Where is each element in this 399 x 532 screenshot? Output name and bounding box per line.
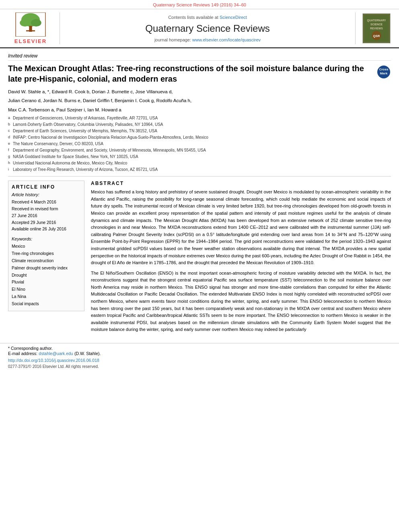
history-item: Received 4 March 2016 [12,199,81,205]
journal-title-section: Contents lists available at ScienceDirec… [60,12,356,44]
svg-text:QUATERNARY: QUATERNARY [367,19,386,23]
affiliation-item: dINIFAP: Centro Nacional de Investigacio… [8,134,391,141]
article-type-label: Invited review [8,53,391,61]
article-main: Invited review The Mexican Drought Atlas… [0,48,399,337]
email-person: (D.W. Stahle). [74,351,101,356]
copyright-line: 0277-3791/© 2016 Elsevier Ltd. All right… [8,364,391,369]
doi-link[interactable]: http://dx.doi.org/10.1016/j.quascirev.20… [8,358,391,363]
keywords-list: MexicoTree-ring chronologiesClimate reco… [12,243,81,308]
svg-text:REVIEWS: REVIEWS [370,27,383,30]
article-title-section: The Mexican Drought Atlas: Tree-ring rec… [8,63,391,84]
svg-point-3 [31,19,41,27]
keyword-item: Social impacts [12,300,81,308]
affil-sup: h [8,160,11,166]
article-info-header: ARTICLE INFO [12,184,81,190]
affil-sup: c [8,128,11,134]
homepage-label: journal homepage: [154,37,191,42]
affil-text: The Nature Conservancy, Denver, CO 80203… [13,141,103,147]
contents-available-line: Contents lists available at ScienceDirec… [168,15,247,20]
elsevier-logo: ELSEVIER [14,12,47,44]
two-col-section: ARTICLE INFO Article history: Received 4… [8,181,391,337]
abstract-text: Mexico has suffered a long history and p… [91,189,391,333]
abstract-header: ABSTRACT [91,181,391,186]
keyword-item: Drought [12,272,81,279]
affiliation-item: eThe Nature Conservancy, Denver, CO 8020… [8,141,391,147]
science-direct-link[interactable]: ScienceDirect [220,15,247,20]
affiliation-item: hUniversidad Nacional Autonoma de Mexico… [8,160,391,166]
affiliations-section: aDepartment of Geosciences, University o… [8,115,391,177]
qsr-logo-section: QUATERNARY SCIENCE REVIEWS QSR [360,12,393,44]
abstract-paragraph-2: The El Niño/Southern Oscillation (ENSO) … [91,270,391,333]
elsevier-logo-section: ELSEVIER [6,12,55,44]
affil-text: Department of Geosciences, University of… [13,115,158,121]
keyword-item: Palmer drought severity index [12,265,81,272]
article-info-col: ARTICLE INFO Article history: Received 4… [8,181,84,337]
affil-sup: g [8,154,11,160]
svg-text:SCIENCE: SCIENCE [370,23,383,26]
keyword-item: El Nino [12,286,81,293]
authors-text-1: David W. Stahle a, *, Edward R. Cook b, … [8,89,173,94]
email-line: E-mail address: dstahle@uark.edu (D.W. S… [8,351,391,356]
svg-rect-5 [26,30,35,31]
affil-text: Universidad Nacional Autonoma de Mexico,… [13,160,127,166]
article-info-box: ARTICLE INFO Article history: Received 4… [8,181,84,311]
affiliation-item: gNASA Goddard Institute for Space Studie… [8,154,391,160]
elsevier-tree-icon [14,12,47,37]
affil-sup: e [8,141,11,147]
affil-sup: d [8,134,11,141]
article-history-label: Article history: [12,192,81,197]
homepage-url[interactable]: www.elsevier.com/locate/quascirev [192,37,261,42]
affiliation-item: aDepartment of Geosciences, University o… [8,115,391,121]
history-list: Received 4 March 2016Received in revised… [12,199,81,232]
authors-text-2: Julian Cerano d, Jordan N. Burns e, Dani… [8,98,191,103]
affil-text: Lamont-Doherty Earth Observatory, Columb… [13,121,163,128]
affil-text: Department of Geography, Environment, an… [13,147,206,154]
history-item: Received in revised form [12,205,81,212]
keyword-item: Mexico [12,243,81,250]
authors-line-1: David W. Stahle a, *, Edward R. Cook b, … [8,88,391,95]
crossmark-icon: Cross Mark [377,65,391,79]
journal-banner: ELSEVIER Contents lists available at Sci… [0,9,399,48]
affil-text: NASA Goddard Institute for Space Studies… [13,154,138,160]
svg-text:Cross: Cross [379,68,389,71]
email-label: E-mail address: [8,351,37,356]
article-title: The Mexican Drought Atlas: Tree-ring rec… [8,63,372,84]
affiliation-item: cDepartment of Earth Sciences, Universit… [8,128,391,134]
elsevier-wordmark: ELSEVIER [14,38,47,44]
affil-sup: f [8,147,11,154]
history-item: 27 June 2016 [12,212,81,219]
keyword-item: Tree-ring chronologies [12,250,81,257]
keywords-label: Keywords: [12,236,81,241]
authors-line-3: Max C.A. Torbenson a, Paul Szejner i, Ia… [8,106,391,113]
authors-line-2: Julian Cerano d, Jordan N. Burns e, Dani… [8,97,391,104]
homepage-line: journal homepage: www.elsevier.com/locat… [154,37,261,42]
journal-title-banner: Quaternary Science Reviews [145,23,269,34]
keyword-item: Climate reconstruction [12,257,81,265]
svg-point-2 [20,19,30,27]
affil-text: INIFAP: Centro Nacional de Investigacion… [13,134,208,141]
affil-sup: a [8,115,11,121]
journal-ref-text: Quaternary Science Reviews 149 (2016) 34… [153,2,246,7]
svg-text:Mark: Mark [380,72,388,75]
keyword-item: Pluvial [12,279,81,286]
affil-text: Department of Earth Sciences, University… [13,128,157,134]
affil-sup: i [8,166,11,173]
abstract-paragraph-1: Mexico has suffered a long history and p… [91,189,391,267]
affiliation-item: iLaboratory of Tree-Ring Research, Unive… [8,166,391,173]
affil-text: Laboratory of Tree-Ring Research, Univer… [13,166,158,173]
footer-section: * Corresponding author. E-mail address: … [0,343,399,373]
history-item: Accepted 29 June 2016 [12,219,81,226]
authors-text-3: Max C.A. Torbenson a, Paul Szejner i, Ia… [8,107,121,112]
svg-text:QSR: QSR [373,34,380,38]
history-item: Available online 26 July 2016 [12,226,81,232]
crossmark-badge[interactable]: Cross Mark [376,65,391,79]
keyword-item: La Nina [12,293,81,300]
affil-sup: b [8,121,11,128]
journal-header-bar: Quaternary Science Reviews 149 (2016) 34… [0,0,399,9]
affiliation-item: fDepartment of Geography, Environment, a… [8,147,391,154]
email-link[interactable]: dstahle@uark.edu [39,351,73,356]
corresponding-author-label: * Corresponding author. [8,346,391,351]
qsr-journal-logo: QUATERNARY SCIENCE REVIEWS QSR [362,13,391,43]
contents-text: Contents lists available at [168,15,218,20]
affiliation-item: bLamont-Doherty Earth Observatory, Colum… [8,121,391,128]
